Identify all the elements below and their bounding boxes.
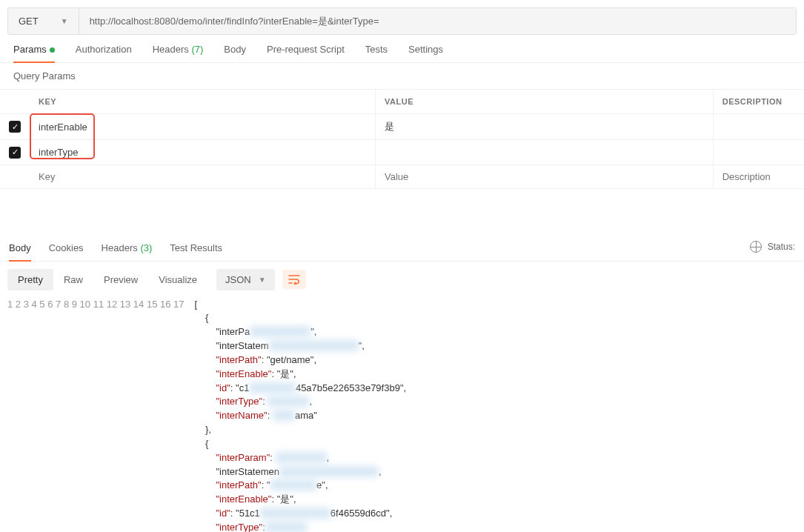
view-preview[interactable]: Preview: [93, 269, 148, 290]
param-value-cell[interactable]: [376, 140, 714, 165]
chevron-down-icon: ▼: [61, 17, 68, 25]
wrap-icon: [288, 274, 300, 285]
method-label: GET: [19, 16, 39, 27]
response-body[interactable]: [ { "interPaxxxxxxxxxxxx", "interStatemx…: [195, 298, 797, 533]
method-select[interactable]: GET ▼: [8, 8, 79, 34]
response-tab-body[interactable]: Body: [9, 242, 31, 261]
line-gutter: 1 2 3 4 5 6 7 8 9 10 11 12 13 14 15 16 1…: [7, 298, 195, 533]
new-desc-input[interactable]: [722, 171, 795, 182]
table-row[interactable]: ✓ interType: [0, 140, 804, 165]
response-tab-headers[interactable]: Headers (3): [102, 242, 153, 261]
param-desc-cell[interactable]: [713, 140, 804, 165]
tab-authorization[interactable]: Authorization: [76, 44, 132, 62]
new-key-input[interactable]: [39, 171, 366, 182]
checkbox[interactable]: ✓: [9, 121, 21, 133]
param-key-cell[interactable]: interType: [30, 140, 376, 165]
wrap-lines-button[interactable]: [282, 270, 306, 289]
col-value: VALUE: [376, 90, 714, 114]
status-label: Status:: [768, 242, 795, 252]
response-tab-cookies[interactable]: Cookies: [49, 242, 84, 261]
tab-headers[interactable]: Headers (7): [153, 44, 204, 62]
col-desc: DESCRIPTION: [713, 90, 804, 114]
tab-tests[interactable]: Tests: [365, 44, 388, 62]
table-row[interactable]: ✓ interEnable 是: [0, 114, 804, 140]
tab-body[interactable]: Body: [224, 44, 246, 62]
globe-icon[interactable]: [750, 241, 762, 253]
tab-settings[interactable]: Settings: [408, 44, 443, 62]
url-input[interactable]: [79, 8, 796, 34]
chevron-down-icon: ▼: [259, 276, 266, 284]
table-row-new[interactable]: [0, 164, 804, 188]
view-visualize[interactable]: Visualize: [148, 269, 207, 290]
tab-prerequest[interactable]: Pre-request Script: [267, 44, 345, 62]
param-value-cell[interactable]: 是: [376, 114, 714, 140]
format-select[interactable]: JSON ▼: [216, 269, 275, 290]
new-value-input[interactable]: [385, 171, 704, 182]
view-raw[interactable]: Raw: [53, 269, 93, 290]
response-tab-test-results[interactable]: Test Results: [170, 242, 222, 261]
checkbox[interactable]: ✓: [9, 147, 21, 159]
col-key: KEY: [30, 90, 376, 114]
section-title: Query Params: [0, 63, 804, 89]
tab-params[interactable]: Params: [13, 44, 55, 62]
param-key-cell[interactable]: interEnable: [30, 114, 376, 140]
param-desc-cell[interactable]: [713, 114, 804, 140]
modified-dot-icon: [50, 47, 55, 53]
view-pretty[interactable]: Pretty: [7, 269, 53, 290]
params-table: KEY VALUE DESCRIPTION ✓ interEnable 是 ✓ …: [0, 89, 804, 189]
